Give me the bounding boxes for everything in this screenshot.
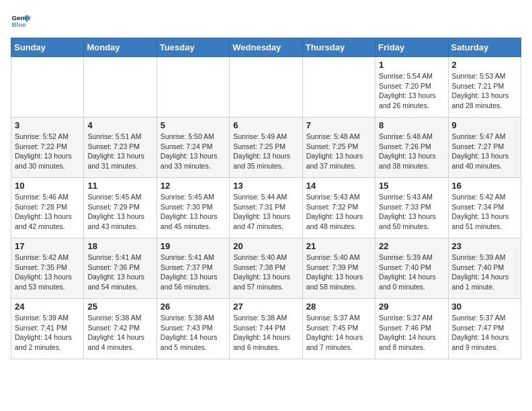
day-number: 9: [452, 120, 517, 130]
day-info: Sunrise: 5:39 AM Sunset: 7:40 PM Dayligh…: [452, 253, 517, 292]
calendar-cell: 9Sunrise: 5:47 AM Sunset: 7:27 PM Daylig…: [448, 118, 521, 178]
day-info: Sunrise: 5:44 AM Sunset: 7:31 PM Dayligh…: [233, 192, 298, 232]
calendar-week-row: 1Sunrise: 5:54 AM Sunset: 7:20 PM Daylig…: [11, 57, 521, 118]
weekday-header-row: SundayMondayTuesdayWednesdayThursdayFrid…: [11, 38, 521, 57]
day-number: 26: [161, 302, 226, 312]
day-number: 27: [233, 302, 298, 312]
day-info: Sunrise: 5:53 AM Sunset: 7:21 PM Dayligh…: [452, 71, 517, 111]
day-number: 6: [233, 120, 298, 130]
calendar-cell: 5Sunrise: 5:50 AM Sunset: 7:24 PM Daylig…: [157, 118, 229, 178]
day-info: Sunrise: 5:51 AM Sunset: 7:23 PM Dayligh…: [87, 132, 152, 171]
day-info: Sunrise: 5:41 AM Sunset: 7:36 PM Dayligh…: [87, 253, 152, 292]
calendar-cell: 20Sunrise: 5:40 AM Sunset: 7:38 PM Dayli…: [230, 238, 302, 299]
calendar-cell: 28Sunrise: 5:37 AM Sunset: 7:45 PM Dayli…: [302, 299, 375, 359]
day-number: 10: [15, 181, 80, 191]
day-info: Sunrise: 5:37 AM Sunset: 7:46 PM Dayligh…: [379, 313, 444, 353]
day-number: 8: [379, 120, 444, 130]
day-number: 12: [161, 181, 226, 191]
calendar-cell: [84, 57, 157, 118]
calendar-week-row: 17Sunrise: 5:42 AM Sunset: 7:35 PM Dayli…: [11, 238, 521, 299]
weekday-header: Saturday: [448, 38, 521, 57]
weekday-header: Thursday: [302, 38, 375, 57]
day-info: Sunrise: 5:38 AM Sunset: 7:43 PM Dayligh…: [161, 313, 226, 353]
calendar-cell: [302, 57, 375, 118]
calendar-cell: 22Sunrise: 5:39 AM Sunset: 7:40 PM Dayli…: [375, 238, 448, 299]
calendar-cell: 10Sunrise: 5:46 AM Sunset: 7:28 PM Dayli…: [11, 178, 84, 238]
day-number: 18: [87, 241, 152, 251]
day-info: Sunrise: 5:39 AM Sunset: 7:41 PM Dayligh…: [15, 313, 80, 353]
day-info: Sunrise: 5:48 AM Sunset: 7:25 PM Dayligh…: [306, 132, 371, 171]
day-info: Sunrise: 5:46 AM Sunset: 7:28 PM Dayligh…: [15, 192, 80, 232]
calendar-cell: 23Sunrise: 5:39 AM Sunset: 7:40 PM Dayli…: [448, 238, 521, 299]
header: General Blue: [11, 11, 521, 31]
day-info: Sunrise: 5:48 AM Sunset: 7:26 PM Dayligh…: [379, 132, 444, 171]
weekday-header: Tuesday: [157, 38, 229, 57]
day-number: 29: [379, 302, 444, 312]
day-number: 30: [452, 302, 517, 312]
day-number: 13: [233, 181, 298, 191]
day-number: 2: [452, 60, 517, 70]
day-info: Sunrise: 5:47 AM Sunset: 7:27 PM Dayligh…: [452, 132, 517, 171]
day-number: 5: [161, 120, 226, 130]
day-info: Sunrise: 5:37 AM Sunset: 7:47 PM Dayligh…: [452, 313, 517, 353]
weekday-header: Friday: [375, 38, 448, 57]
weekday-header: Monday: [84, 38, 157, 57]
day-number: 3: [15, 120, 80, 130]
day-info: Sunrise: 5:40 AM Sunset: 7:39 PM Dayligh…: [306, 253, 371, 292]
day-number: 19: [161, 241, 226, 251]
calendar-cell: 27Sunrise: 5:38 AM Sunset: 7:44 PM Dayli…: [230, 299, 302, 359]
logo: General Blue: [11, 11, 34, 31]
day-number: 1: [379, 60, 444, 70]
calendar-cell: 29Sunrise: 5:37 AM Sunset: 7:46 PM Dayli…: [375, 299, 448, 359]
day-info: Sunrise: 5:41 AM Sunset: 7:37 PM Dayligh…: [161, 253, 226, 292]
calendar-cell: 18Sunrise: 5:41 AM Sunset: 7:36 PM Dayli…: [84, 238, 157, 299]
calendar-cell: [230, 57, 302, 118]
weekday-header: Sunday: [11, 38, 84, 57]
logo-icon: General Blue: [11, 11, 31, 31]
day-info: Sunrise: 5:38 AM Sunset: 7:42 PM Dayligh…: [87, 313, 152, 353]
calendar-week-row: 10Sunrise: 5:46 AM Sunset: 7:28 PM Dayli…: [11, 178, 521, 238]
day-number: 28: [306, 302, 371, 312]
day-info: Sunrise: 5:38 AM Sunset: 7:44 PM Dayligh…: [233, 313, 298, 353]
day-number: 21: [306, 241, 371, 251]
day-info: Sunrise: 5:43 AM Sunset: 7:33 PM Dayligh…: [379, 192, 444, 232]
day-info: Sunrise: 5:39 AM Sunset: 7:40 PM Dayligh…: [379, 253, 444, 292]
day-number: 23: [452, 241, 517, 251]
calendar-cell: 13Sunrise: 5:44 AM Sunset: 7:31 PM Dayli…: [230, 178, 302, 238]
calendar: SundayMondayTuesdayWednesdayThursdayFrid…: [11, 38, 521, 359]
day-info: Sunrise: 5:42 AM Sunset: 7:35 PM Dayligh…: [15, 253, 80, 292]
day-number: 17: [15, 241, 80, 251]
day-info: Sunrise: 5:50 AM Sunset: 7:24 PM Dayligh…: [161, 132, 226, 171]
calendar-cell: 8Sunrise: 5:48 AM Sunset: 7:26 PM Daylig…: [375, 118, 448, 178]
calendar-cell: 3Sunrise: 5:52 AM Sunset: 7:22 PM Daylig…: [11, 118, 84, 178]
svg-text:Blue: Blue: [12, 21, 27, 28]
day-number: 15: [379, 181, 444, 191]
calendar-cell: 21Sunrise: 5:40 AM Sunset: 7:39 PM Dayli…: [302, 238, 375, 299]
calendar-cell: 14Sunrise: 5:43 AM Sunset: 7:32 PM Dayli…: [302, 178, 375, 238]
day-number: 4: [87, 120, 152, 130]
calendar-cell: [11, 57, 84, 118]
day-info: Sunrise: 5:37 AM Sunset: 7:45 PM Dayligh…: [306, 313, 371, 353]
calendar-cell: 15Sunrise: 5:43 AM Sunset: 7:33 PM Dayli…: [375, 178, 448, 238]
calendar-cell: 25Sunrise: 5:38 AM Sunset: 7:42 PM Dayli…: [84, 299, 157, 359]
calendar-cell: 7Sunrise: 5:48 AM Sunset: 7:25 PM Daylig…: [302, 118, 375, 178]
day-info: Sunrise: 5:52 AM Sunset: 7:22 PM Dayligh…: [15, 132, 80, 171]
day-number: 7: [306, 120, 371, 130]
calendar-header: SundayMondayTuesdayWednesdayThursdayFrid…: [11, 38, 521, 57]
calendar-cell: 6Sunrise: 5:49 AM Sunset: 7:25 PM Daylig…: [230, 118, 302, 178]
day-number: 24: [15, 302, 80, 312]
day-info: Sunrise: 5:45 AM Sunset: 7:29 PM Dayligh…: [87, 192, 152, 232]
day-info: Sunrise: 5:49 AM Sunset: 7:25 PM Dayligh…: [233, 132, 298, 171]
day-number: 16: [452, 181, 517, 191]
calendar-cell: 16Sunrise: 5:42 AM Sunset: 7:34 PM Dayli…: [448, 178, 521, 238]
calendar-cell: [157, 57, 229, 118]
calendar-cell: 17Sunrise: 5:42 AM Sunset: 7:35 PM Dayli…: [11, 238, 84, 299]
day-number: 11: [87, 181, 152, 191]
calendar-week-row: 3Sunrise: 5:52 AM Sunset: 7:22 PM Daylig…: [11, 118, 521, 178]
calendar-cell: 1Sunrise: 5:54 AM Sunset: 7:20 PM Daylig…: [375, 57, 448, 118]
day-number: 20: [233, 241, 298, 251]
weekday-header: Wednesday: [230, 38, 302, 57]
calendar-cell: 4Sunrise: 5:51 AM Sunset: 7:23 PM Daylig…: [84, 118, 157, 178]
day-info: Sunrise: 5:42 AM Sunset: 7:34 PM Dayligh…: [452, 192, 517, 232]
day-number: 25: [87, 302, 152, 312]
